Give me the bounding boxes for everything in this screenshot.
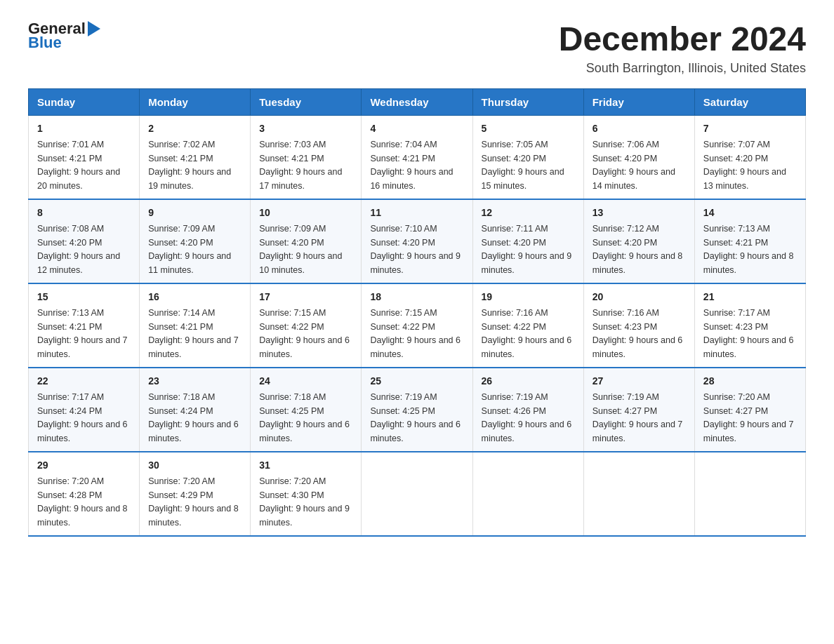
day-daylight: Daylight: 9 hours and 7 minutes. bbox=[37, 335, 128, 359]
calendar-day-cell: 20 Sunrise: 7:16 AM Sunset: 4:23 PM Dayl… bbox=[583, 283, 694, 368]
calendar-day-cell: 6 Sunrise: 7:06 AM Sunset: 4:20 PM Dayli… bbox=[583, 115, 694, 199]
day-sunset: Sunset: 4:21 PM bbox=[703, 238, 768, 248]
day-sunrise: Sunrise: 7:20 AM bbox=[148, 476, 215, 486]
weekday-header: Saturday bbox=[694, 88, 805, 115]
day-sunrise: Sunrise: 7:10 AM bbox=[370, 224, 437, 234]
calendar-day-cell: 13 Sunrise: 7:12 AM Sunset: 4:20 PM Dayl… bbox=[583, 199, 694, 283]
day-number: 20 bbox=[593, 290, 686, 304]
calendar-day-cell bbox=[694, 452, 805, 536]
day-sunrise: Sunrise: 7:02 AM bbox=[148, 140, 215, 149]
day-number: 26 bbox=[482, 374, 575, 389]
day-sunrise: Sunrise: 7:11 AM bbox=[482, 224, 548, 234]
day-sunset: Sunset: 4:20 PM bbox=[370, 238, 435, 248]
day-number: 19 bbox=[482, 290, 575, 304]
day-number: 11 bbox=[370, 206, 463, 220]
day-sunset: Sunset: 4:20 PM bbox=[482, 238, 546, 248]
day-daylight: Daylight: 9 hours and 6 minutes. bbox=[148, 420, 239, 443]
calendar-day-cell: 28 Sunrise: 7:20 AM Sunset: 4:27 PM Dayl… bbox=[694, 368, 805, 452]
day-number: 28 bbox=[703, 374, 797, 389]
logo[interactable]: General Blue bbox=[28, 21, 100, 51]
day-sunset: Sunset: 4:20 PM bbox=[148, 238, 213, 248]
day-sunset: Sunset: 4:24 PM bbox=[37, 406, 102, 416]
calendar-day-cell: 24 Sunrise: 7:18 AM Sunset: 4:25 PM Dayl… bbox=[251, 368, 362, 452]
day-sunrise: Sunrise: 7:03 AM bbox=[259, 140, 326, 149]
calendar-day-cell: 2 Sunrise: 7:02 AM Sunset: 4:21 PM Dayli… bbox=[140, 115, 251, 199]
day-sunrise: Sunrise: 7:18 AM bbox=[259, 392, 326, 402]
day-daylight: Daylight: 9 hours and 19 minutes. bbox=[148, 167, 231, 191]
day-number: 21 bbox=[703, 290, 797, 304]
day-sunrise: Sunrise: 7:20 AM bbox=[37, 476, 104, 486]
day-number: 8 bbox=[37, 206, 131, 220]
day-daylight: Daylight: 9 hours and 11 minutes. bbox=[148, 251, 231, 275]
day-sunset: Sunset: 4:22 PM bbox=[370, 322, 435, 332]
calendar-day-cell: 29 Sunrise: 7:20 AM Sunset: 4:28 PM Dayl… bbox=[29, 452, 140, 536]
day-sunset: Sunset: 4:21 PM bbox=[37, 154, 102, 163]
day-sunrise: Sunrise: 7:16 AM bbox=[593, 308, 659, 318]
calendar-day-cell bbox=[472, 452, 583, 536]
day-number: 4 bbox=[370, 121, 463, 136]
day-sunset: Sunset: 4:21 PM bbox=[148, 154, 213, 163]
calendar-day-cell: 12 Sunrise: 7:11 AM Sunset: 4:20 PM Dayl… bbox=[472, 199, 583, 283]
day-daylight: Daylight: 9 hours and 15 minutes. bbox=[482, 167, 564, 191]
calendar-day-cell: 16 Sunrise: 7:14 AM Sunset: 4:21 PM Dayl… bbox=[140, 283, 251, 368]
day-number: 18 bbox=[370, 290, 463, 304]
calendar-day-cell: 21 Sunrise: 7:17 AM Sunset: 4:23 PM Dayl… bbox=[694, 283, 805, 368]
day-sunset: Sunset: 4:21 PM bbox=[148, 322, 213, 332]
day-sunrise: Sunrise: 7:09 AM bbox=[148, 224, 215, 234]
calendar-week-row: 22 Sunrise: 7:17 AM Sunset: 4:24 PM Dayl… bbox=[29, 368, 806, 452]
day-sunrise: Sunrise: 7:05 AM bbox=[482, 140, 548, 149]
day-number: 31 bbox=[259, 458, 352, 473]
day-daylight: Daylight: 9 hours and 7 minutes. bbox=[593, 420, 683, 443]
day-daylight: Daylight: 9 hours and 8 minutes. bbox=[148, 504, 239, 528]
calendar-day-cell: 27 Sunrise: 7:19 AM Sunset: 4:27 PM Dayl… bbox=[583, 368, 694, 452]
day-sunset: Sunset: 4:21 PM bbox=[370, 154, 435, 163]
day-number: 16 bbox=[148, 290, 241, 304]
day-sunrise: Sunrise: 7:12 AM bbox=[593, 224, 659, 234]
day-sunset: Sunset: 4:23 PM bbox=[593, 322, 657, 332]
day-sunset: Sunset: 4:30 PM bbox=[259, 490, 324, 500]
day-daylight: Daylight: 9 hours and 16 minutes. bbox=[370, 167, 453, 191]
day-number: 17 bbox=[259, 290, 352, 304]
day-daylight: Daylight: 9 hours and 6 minutes. bbox=[482, 420, 572, 443]
calendar-day-cell: 1 Sunrise: 7:01 AM Sunset: 4:21 PM Dayli… bbox=[29, 115, 140, 199]
calendar-day-cell: 7 Sunrise: 7:07 AM Sunset: 4:20 PM Dayli… bbox=[694, 115, 805, 199]
day-daylight: Daylight: 9 hours and 6 minutes. bbox=[703, 335, 794, 359]
day-sunrise: Sunrise: 7:20 AM bbox=[259, 476, 326, 486]
day-sunrise: Sunrise: 7:20 AM bbox=[703, 392, 770, 402]
day-daylight: Daylight: 9 hours and 10 minutes. bbox=[259, 251, 342, 275]
calendar-week-row: 15 Sunrise: 7:13 AM Sunset: 4:21 PM Dayl… bbox=[29, 283, 806, 368]
calendar-day-cell: 11 Sunrise: 7:10 AM Sunset: 4:20 PM Dayl… bbox=[362, 199, 472, 283]
weekday-header: Tuesday bbox=[251, 88, 362, 115]
day-number: 15 bbox=[37, 290, 131, 304]
calendar-day-cell: 5 Sunrise: 7:05 AM Sunset: 4:20 PM Dayli… bbox=[472, 115, 583, 199]
day-number: 25 bbox=[370, 374, 463, 389]
day-daylight: Daylight: 9 hours and 7 minutes. bbox=[703, 420, 794, 443]
day-number: 3 bbox=[259, 121, 352, 136]
day-daylight: Daylight: 9 hours and 7 minutes. bbox=[148, 335, 239, 359]
svg-marker-0 bbox=[88, 21, 100, 36]
calendar-day-cell: 9 Sunrise: 7:09 AM Sunset: 4:20 PM Dayli… bbox=[140, 199, 251, 283]
day-sunset: Sunset: 4:20 PM bbox=[259, 238, 324, 248]
day-daylight: Daylight: 9 hours and 6 minutes. bbox=[259, 335, 350, 359]
day-daylight: Daylight: 9 hours and 6 minutes. bbox=[259, 420, 350, 443]
day-sunset: Sunset: 4:29 PM bbox=[148, 490, 213, 500]
day-daylight: Daylight: 9 hours and 13 minutes. bbox=[703, 167, 786, 191]
calendar-day-cell: 8 Sunrise: 7:08 AM Sunset: 4:20 PM Dayli… bbox=[29, 199, 140, 283]
day-daylight: Daylight: 9 hours and 8 minutes. bbox=[703, 251, 794, 275]
day-sunrise: Sunrise: 7:18 AM bbox=[148, 392, 215, 402]
day-daylight: Daylight: 9 hours and 6 minutes. bbox=[482, 335, 572, 359]
day-number: 5 bbox=[482, 121, 575, 136]
calendar-day-cell: 31 Sunrise: 7:20 AM Sunset: 4:30 PM Dayl… bbox=[251, 452, 362, 536]
day-sunset: Sunset: 4:20 PM bbox=[703, 154, 768, 163]
day-sunrise: Sunrise: 7:14 AM bbox=[148, 308, 215, 318]
day-sunrise: Sunrise: 7:19 AM bbox=[482, 392, 548, 402]
day-daylight: Daylight: 9 hours and 9 minutes. bbox=[370, 251, 461, 275]
day-sunrise: Sunrise: 7:13 AM bbox=[37, 308, 104, 318]
day-sunset: Sunset: 4:25 PM bbox=[259, 406, 324, 416]
calendar-week-row: 29 Sunrise: 7:20 AM Sunset: 4:28 PM Dayl… bbox=[29, 452, 806, 536]
day-sunset: Sunset: 4:25 PM bbox=[370, 406, 435, 416]
calendar-day-cell: 4 Sunrise: 7:04 AM Sunset: 4:21 PM Dayli… bbox=[362, 115, 472, 199]
day-number: 22 bbox=[37, 374, 131, 389]
calendar-day-cell bbox=[362, 452, 472, 536]
calendar-day-cell bbox=[583, 452, 694, 536]
